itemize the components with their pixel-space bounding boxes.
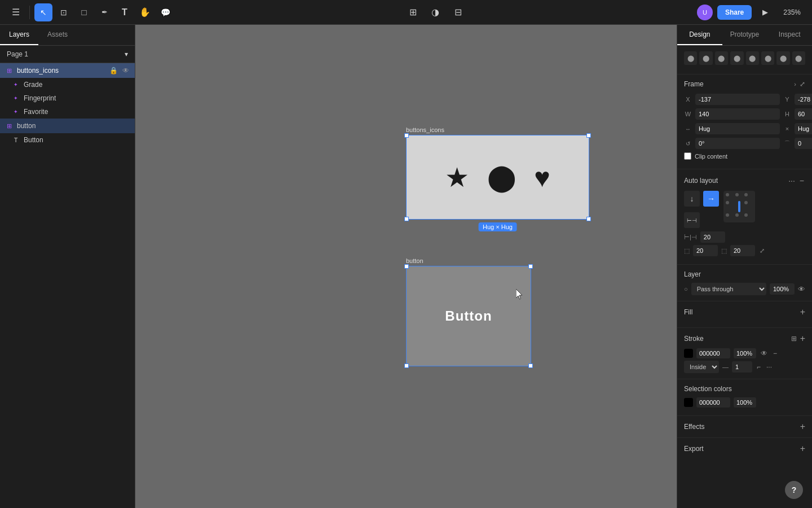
lock-btn-2[interactable]: 🔒 [108, 121, 119, 130]
multi-player-btn[interactable]: ⊟ [449, 3, 467, 21]
resize-handle-bl[interactable] [404, 217, 409, 221]
stroke-options-row: Inside — ⌐ ··· [684, 361, 805, 373]
sel-color-swatch[interactable] [684, 398, 693, 407]
resize-handle-tl[interactable] [404, 133, 409, 138]
align-center-v-btn[interactable]: ⬤ [746, 51, 759, 65]
y-input[interactable] [795, 94, 812, 105]
visibility-toggle-btn[interactable]: 👁 [798, 285, 805, 294]
text-tool-btn[interactable]: T [116, 3, 134, 21]
lock-btn[interactable]: 🔒 [108, 66, 119, 75]
blend-mode-select[interactable]: Pass through [691, 283, 766, 295]
tab-design[interactable]: Design [677, 25, 722, 45]
padding-v-input[interactable] [730, 245, 755, 256]
sel-color-hex[interactable] [696, 397, 730, 408]
add-effect-btn[interactable]: + [800, 422, 805, 432]
comment-tool-btn[interactable]: 💬 [156, 3, 174, 21]
stroke-hex-input[interactable] [696, 348, 730, 358]
align-bottom-btn[interactable]: ⬤ [761, 51, 774, 65]
rotation-input[interactable] [695, 138, 780, 149]
padding-h-input[interactable] [693, 245, 718, 256]
menu-btn[interactable]: ☰ [7, 3, 25, 21]
layer-name-button-text: Button [24, 136, 130, 144]
corner-radius-input[interactable] [795, 138, 812, 149]
frame1[interactable]: ★ ⬤ ♥ Hug × Hug [406, 135, 589, 220]
hug-w-input[interactable] [695, 123, 780, 134]
hug-h-input[interactable] [795, 123, 812, 134]
add-export-btn[interactable]: + [800, 444, 805, 454]
grid-toggle-btn[interactable]: ⊞ [404, 3, 422, 21]
canvas[interactable]: buttons_icons ★ ⬤ ♥ Hug × Hug button But… [135, 25, 677, 508]
layer-item-grade[interactable]: ✦ Grade [0, 78, 135, 91]
add-fill-btn[interactable]: + [800, 307, 805, 317]
al-dir-right-btn[interactable]: → [703, 191, 719, 207]
gap-input[interactable] [700, 231, 725, 243]
tab-prototype[interactable]: Prototype [722, 25, 767, 45]
frame-section: Frame › ⤢ X Y W H ↔ × [677, 75, 812, 169]
align-right-btn[interactable]: ⬤ [715, 51, 728, 65]
frame-tool-btn[interactable]: ⊡ [55, 3, 73, 21]
tidy-btn[interactable]: ⬤ [792, 51, 805, 65]
stroke-color-swatch[interactable] [684, 349, 693, 358]
al-dir-down-btn[interactable]: ↓ [684, 191, 700, 207]
al-more-btn[interactable]: ··· [787, 175, 796, 186]
al-minus-btn[interactable]: − [798, 175, 805, 186]
fullscreen-btn[interactable]: ⤢ [800, 80, 805, 88]
add-stroke-btn[interactable]: + [800, 334, 805, 344]
stroke-position-select[interactable]: Inside [684, 361, 719, 373]
x-input[interactable] [695, 94, 780, 105]
shape-icon: □ [81, 7, 86, 17]
stroke-corner-btn[interactable]: ⌐ [756, 362, 762, 372]
resize-handle2-br[interactable] [528, 364, 533, 368]
padding-expand-btn[interactable]: ⤢ [758, 246, 766, 256]
share-button[interactable]: Share [717, 5, 752, 20]
tab-inspect[interactable]: Inspect [767, 25, 812, 45]
resize-handle-br[interactable] [586, 217, 591, 221]
stroke-remove-btn[interactable]: − [772, 348, 778, 358]
pen-tool-btn[interactable]: ✒ [95, 3, 113, 21]
layer-item-buttons-icons[interactable]: ⊞ buttons_icons 🔒 👁 [0, 63, 135, 78]
resize-handle2-tl[interactable] [404, 264, 409, 269]
play-btn[interactable]: ▶ [756, 3, 774, 21]
al-spacing-type-btn[interactable]: ⊢⊣ [684, 212, 700, 228]
page-selector[interactable]: Page 1 ▾ [0, 46, 135, 63]
sel-color-opacity[interactable] [734, 397, 756, 408]
stroke-more-btn[interactable]: ··· [765, 362, 773, 372]
select-tool-btn[interactable]: ↖ [34, 3, 52, 21]
layer-item-button[interactable]: ⊞ button 🔒 👁 [0, 119, 135, 133]
stroke-width-input[interactable] [732, 361, 752, 373]
clip-content-checkbox[interactable] [684, 152, 691, 160]
help-btn[interactable]: ? [785, 481, 803, 499]
stroke-visibility-btn[interactable]: 👁 [760, 348, 769, 358]
right-panel-tabs: Design Prototype Inspect [677, 25, 812, 46]
layer-item-favorite[interactable]: ✦ Favorite [0, 105, 135, 119]
align-left-btn[interactable]: ⬤ [684, 51, 697, 65]
opacity-input[interactable] [770, 283, 795, 295]
tab-layers[interactable]: Layers [0, 25, 38, 45]
hand-tool-btn[interactable]: ✋ [136, 3, 154, 21]
al-controls: ··· − [787, 175, 805, 186]
zoom-level[interactable]: 235% [779, 6, 805, 19]
frame2-label: button [406, 257, 423, 264]
align-center-h-btn[interactable]: ⬤ [699, 51, 712, 65]
visibility-btn-2[interactable]: 👁 [121, 121, 130, 130]
w-input[interactable] [695, 108, 780, 120]
resize-handle-tr[interactable] [586, 133, 591, 138]
distribute-h-btn[interactable]: ⬤ [776, 51, 789, 65]
resize-handle2-tr[interactable] [528, 264, 533, 269]
w-label: W [684, 111, 692, 117]
shape-tool-btn[interactable]: □ [75, 3, 93, 21]
h-input[interactable] [795, 108, 812, 120]
layer-item-button-text[interactable]: T Button [0, 133, 135, 147]
layer-item-fingerprint[interactable]: ✦ Fingerprint [0, 91, 135, 105]
stroke-opacity-input[interactable] [734, 348, 756, 358]
visibility-btn[interactable]: 👁 [121, 66, 130, 75]
fill-section: Fill + [677, 301, 812, 328]
align-top-btn[interactable]: ⬤ [730, 51, 743, 65]
theme-toggle-btn[interactable]: ◑ [426, 3, 444, 21]
sel-colors-title: Selection colors [684, 385, 732, 393]
resize-handle2-bl[interactable] [404, 364, 409, 368]
fingerprint-icon: ⬤ [487, 162, 516, 192]
stroke-grid-btn[interactable]: ⊞ [790, 334, 798, 344]
tab-assets[interactable]: Assets [38, 25, 77, 45]
frame2[interactable]: Button [406, 266, 531, 366]
